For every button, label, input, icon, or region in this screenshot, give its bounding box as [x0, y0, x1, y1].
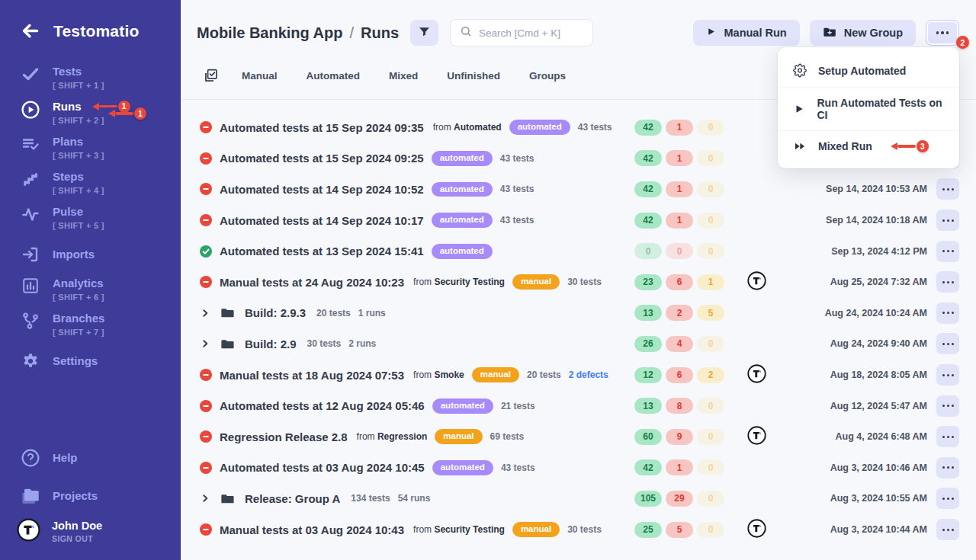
- sidebar-item-pulse[interactable]: Pulse[ SHIFT + 5 ]: [0, 204, 181, 230]
- run-stats: 2550: [634, 522, 729, 538]
- group-tests-count: 134 tests: [351, 493, 390, 504]
- group-row[interactable]: Release: Group A134 tests54 runs105290Au…: [181, 483, 976, 514]
- run-row[interactable]: Manual tests at 24 Aug 2024 10:23from Se…: [181, 267, 976, 298]
- annotation-badge-3: 3: [917, 140, 929, 152]
- annotation-arrowhead: [891, 142, 897, 150]
- more-actions-button[interactable]: [926, 20, 959, 46]
- menu-item-setup-automated[interactable]: Setup Automated: [778, 54, 959, 87]
- sidebar-item-projects[interactable]: Projects: [0, 485, 181, 506]
- runner-avatar: [747, 426, 766, 448]
- tab-groups[interactable]: Groups: [529, 70, 566, 82]
- user-name: John Doe: [52, 520, 102, 532]
- ellipsis-icon: [942, 529, 954, 531]
- runner-avatar: [747, 271, 766, 293]
- back-arrow-icon[interactable]: [20, 21, 40, 41]
- menu-item-mixed-run[interactable]: Mixed Run3: [778, 130, 959, 162]
- search-input[interactable]: [479, 27, 583, 39]
- row-more-button[interactable]: [936, 178, 959, 200]
- check-icon: [21, 65, 40, 83]
- row-more-button[interactable]: [936, 210, 959, 231]
- tag-badge: manual: [435, 429, 482, 444]
- run-stats: 4210: [634, 120, 729, 136]
- row-more-button[interactable]: [936, 395, 959, 417]
- failed-count-pill: 9: [666, 429, 693, 445]
- run-date: Aug 24, 2024 10:24 AM: [784, 308, 927, 318]
- group-row[interactable]: Build: 2.9.320 tests1 runs1325Aug 24, 20…: [181, 298, 976, 329]
- sidebar-item-branches[interactable]: Branches[ SHIFT + 7 ]: [0, 311, 181, 337]
- tests-count: 20 tests: [527, 370, 561, 380]
- sidebar-item-steps[interactable]: Steps[ SHIFT + 4 ]: [0, 169, 181, 195]
- play-icon: [706, 27, 716, 39]
- expand-chevron-icon[interactable]: [200, 308, 210, 318]
- row-more-button[interactable]: [936, 488, 959, 509]
- sidebar-item-runs[interactable]: Runs1[ SHIFT + 2 ]: [0, 99, 181, 125]
- tests-count: 43 tests: [500, 184, 535, 194]
- tab-mixed[interactable]: Mixed: [389, 70, 418, 82]
- tag-badge: manual: [512, 274, 560, 290]
- skipped-count-pill: 0: [697, 491, 724, 507]
- search-box: [450, 19, 593, 46]
- row-more-button[interactable]: [936, 271, 959, 293]
- user-avatar: [17, 518, 40, 545]
- tag-badge: manual: [472, 367, 519, 382]
- passed-count-pill: 42: [634, 181, 662, 197]
- select-runs-icon[interactable]: [203, 68, 219, 84]
- tab-manual[interactable]: Manual: [242, 70, 278, 82]
- group-tests-count: 30 tests: [307, 338, 342, 349]
- menu-item-run-automated-tests-on-ci[interactable]: Run Automated Tests on CI: [778, 87, 959, 130]
- row-more-button[interactable]: [936, 457, 959, 478]
- menu-item-label: Run Automated Tests on CI: [817, 97, 944, 121]
- run-row[interactable]: Regression Release 2.8from Regressionman…: [181, 421, 976, 453]
- filter-button[interactable]: [410, 20, 438, 46]
- run-row[interactable]: Manual tests at 18 Aug 2024 07:53from Sm…: [181, 360, 976, 391]
- run-date: Sep 13, 2024 4:12 PM: [784, 246, 927, 257]
- sidebar-item-analytics[interactable]: Analytics[ SHIFT + 6 ]: [0, 276, 181, 302]
- row-more-button[interactable]: [936, 302, 959, 324]
- sidebar-item-imports[interactable]: Imports: [0, 245, 181, 264]
- run-source: from Security Testing: [413, 277, 505, 287]
- run-row[interactable]: Automated tests at 14 Sep 2024 10:17auto…: [181, 205, 976, 236]
- sign-out-button[interactable]: SIGN OUT: [52, 534, 102, 543]
- breadcrumb-project[interactable]: Mobile Banking App: [197, 24, 342, 42]
- tests-count: 30 tests: [567, 524, 602, 535]
- run-row[interactable]: Manual tests at 03 Aug 2024 10:43from Se…: [181, 514, 976, 546]
- sidebar-item-settings[interactable]: Settings: [0, 351, 181, 370]
- tab-unfinished[interactable]: Unfinished: [447, 70, 500, 82]
- run-row[interactable]: Automated tests at 12 Aug 2024 05:46auto…: [181, 390, 976, 421]
- sidebar-item-help[interactable]: Help: [0, 447, 181, 468]
- row-more-button[interactable]: [936, 426, 959, 447]
- row-more-button[interactable]: [936, 519, 959, 540]
- sidebar-item-tests[interactable]: Tests[ SHIFT + 1 ]: [0, 64, 181, 90]
- sidebar-item-plans[interactable]: Plans[ SHIFT + 3 ]: [0, 134, 181, 160]
- ellipsis-icon: [942, 466, 954, 469]
- menu-item-label: Mixed Run: [818, 140, 872, 152]
- expand-chevron-icon[interactable]: [200, 338, 210, 349]
- sidebar-item-shortcut: [ SHIFT + 4 ]: [53, 186, 104, 195]
- tag-badge: automated: [509, 120, 570, 135]
- passed-count-pill: 26: [634, 336, 662, 352]
- sidebar-user[interactable]: John Doe SIGN OUT: [0, 518, 181, 560]
- row-more-button[interactable]: [936, 241, 959, 262]
- run-row[interactable]: Automated tests at 03 Aug 2024 10:45auto…: [181, 453, 976, 484]
- new-group-button[interactable]: New Group: [810, 20, 916, 46]
- ellipsis-icon: [942, 343, 954, 345]
- group-row[interactable]: Build: 2.930 tests2 runs2640Aug 24, 2024…: [181, 328, 976, 360]
- run-row[interactable]: Automated tests at 14 Sep 2024 10:52auto…: [181, 174, 976, 205]
- sidebar: Testomatio Tests[ SHIFT + 1 ]Runs1[ SHIF…: [0, 0, 181, 560]
- manual-run-button[interactable]: Manual Run: [693, 20, 799, 46]
- filter-icon: [418, 25, 431, 40]
- run-title: Automated tests at 15 Sep 2024 09:35: [220, 121, 424, 134]
- annotation-badge-1: 1: [134, 107, 146, 120]
- run-row[interactable]: Automated tests at 13 Sep 2024 15:41auto…: [181, 235, 976, 267]
- tab-automated[interactable]: Automated: [307, 70, 361, 82]
- row-more-button[interactable]: [936, 364, 959, 386]
- annotation-step-3: 3: [891, 140, 929, 152]
- failed-count-pill: 2: [666, 305, 693, 321]
- row-more-button[interactable]: [936, 333, 959, 354]
- failed-count-pill: 1: [666, 459, 693, 475]
- failed-count-pill: 1: [666, 150, 693, 166]
- defects-link[interactable]: 2 defects: [569, 370, 608, 380]
- play-circle-icon: [21, 100, 40, 120]
- expand-chevron-icon[interactable]: [200, 493, 210, 504]
- run-source: from Regression: [357, 431, 428, 442]
